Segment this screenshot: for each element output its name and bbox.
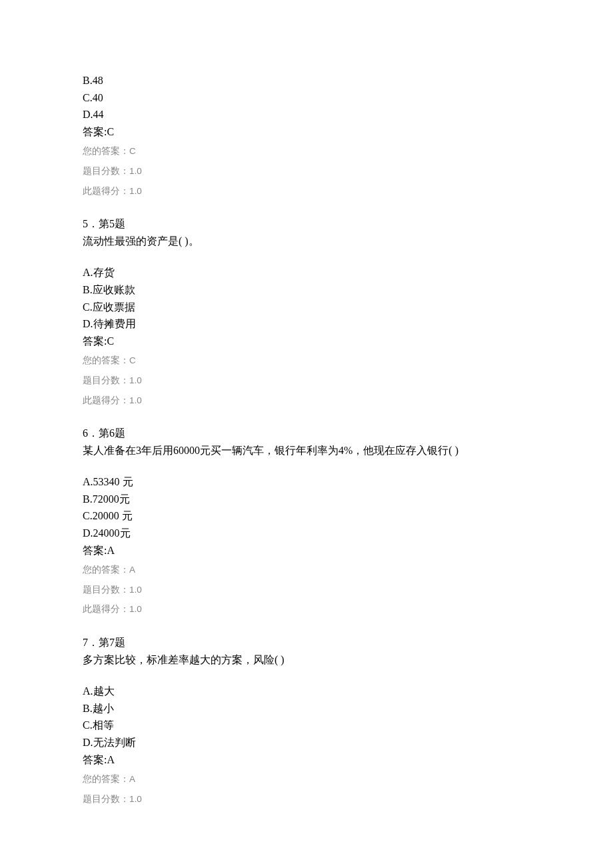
q7-option-c: C.相等 bbox=[83, 717, 536, 734]
q6-option-a: A.53340 元 bbox=[83, 473, 536, 491]
q6-header: 6．第6题 bbox=[83, 425, 536, 442]
q6-got: 此题得分：1.0 bbox=[83, 602, 536, 617]
q5-option-d: D.待摊费用 bbox=[83, 315, 536, 333]
q4-got: 此题得分：1.0 bbox=[83, 184, 536, 199]
q6-option-d: D.24000元 bbox=[83, 525, 536, 542]
q6-stem: 某人准备在3年后用60000元买一辆汽车，银行年利率为4%，他现在应存入银行( … bbox=[83, 442, 536, 459]
q6-option-c: C.20000 元 bbox=[83, 507, 536, 525]
q7-option-b: B.越小 bbox=[83, 700, 536, 717]
q4-answer: 答案:C bbox=[83, 123, 536, 141]
q6-score: 题目分数：1.0 bbox=[83, 583, 536, 597]
q6-your-answer: 您的答案：A bbox=[83, 563, 536, 577]
q5-answer: 答案:C bbox=[83, 333, 536, 350]
q6-option-b: B.72000元 bbox=[83, 491, 536, 508]
q4-option-d: D.44 bbox=[83, 106, 536, 123]
q4-option-c: C.40 bbox=[83, 89, 536, 107]
document-content: B.48 C.40 D.44 答案:C 您的答案：C 题目分数：1.0 此题得分… bbox=[83, 72, 536, 806]
q5-option-b: B.应收账款 bbox=[83, 281, 536, 299]
q5-option-a: A.存货 bbox=[83, 264, 536, 281]
q5-option-c: C.应收票据 bbox=[83, 299, 536, 316]
q5-got: 此题得分：1.0 bbox=[83, 393, 536, 408]
q7-option-a: A.越大 bbox=[83, 683, 536, 700]
q5-score: 题目分数：1.0 bbox=[83, 373, 536, 388]
q5-your-answer: 您的答案：C bbox=[83, 353, 536, 368]
q7-header: 7．第7题 bbox=[83, 634, 536, 651]
q6-answer: 答案:A bbox=[83, 542, 536, 559]
q7-answer: 答案:A bbox=[83, 751, 536, 769]
q4-option-b: B.48 bbox=[83, 72, 536, 89]
q7-score: 题目分数：1.0 bbox=[83, 792, 536, 807]
q5-header: 5．第5题 bbox=[83, 215, 536, 233]
q5-stem: 流动性最强的资产是( )。 bbox=[83, 233, 536, 250]
q7-your-answer: 您的答案：A bbox=[83, 772, 536, 787]
q7-stem: 多方案比较，标准差率越大的方案，风险( ) bbox=[83, 651, 536, 669]
q7-option-d: D.无法判断 bbox=[83, 734, 536, 751]
q4-score: 题目分数：1.0 bbox=[83, 164, 536, 179]
q4-your-answer: 您的答案：C bbox=[83, 144, 536, 159]
